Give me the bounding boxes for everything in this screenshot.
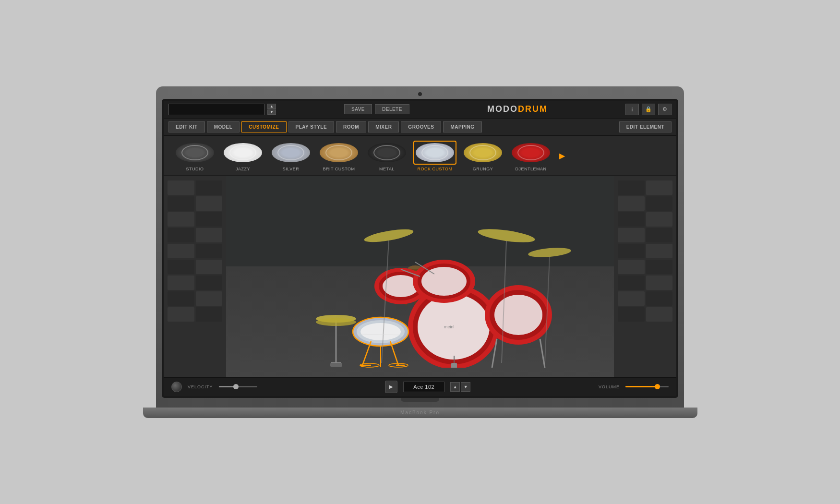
nav-customize[interactable]: CUSTOMIZE xyxy=(241,121,286,132)
app-logo-accent: DRUM xyxy=(518,104,548,114)
snare-item-rock-custom[interactable]: ROCK CUSTOM xyxy=(413,141,456,171)
macbook-footer: MacBook Pro xyxy=(143,408,697,418)
snare-img-rock xyxy=(413,141,456,165)
velocity-slider-wrap xyxy=(219,386,257,387)
snare-item-studio[interactable]: STUDIO xyxy=(173,141,216,171)
snare-img-djentleman xyxy=(509,141,552,165)
delete-button[interactable]: DELETE xyxy=(375,104,409,114)
drum-kit-area: meinl xyxy=(164,176,676,377)
nav-mixer[interactable]: MIXER xyxy=(368,121,399,132)
header-bar: *ROCK CUSTOM ▲ ▼ SAVE DELETE MODODRUM i … xyxy=(164,101,676,119)
nav-model[interactable]: MODEL xyxy=(207,121,240,132)
svg-point-31 xyxy=(360,323,401,340)
snare-item-metal[interactable]: METAL xyxy=(365,141,408,171)
volume-label: VOLUME xyxy=(599,384,620,389)
velocity-slider-fill xyxy=(219,386,234,387)
snare-img-silver xyxy=(269,141,312,165)
snare-label-silver: SILVER xyxy=(283,167,299,171)
snare-selector: STUDIO JAZZY xyxy=(164,136,676,176)
macbook-notch xyxy=(401,398,439,402)
snare-label-studio: STUDIO xyxy=(186,167,204,171)
velocity-slider[interactable] xyxy=(219,386,257,387)
snare-item-grungy[interactable]: GRUNGY xyxy=(461,141,504,171)
macbook-label: MacBook Pro xyxy=(400,410,440,415)
transport-bar: VELOCITY ▶ Ace 102 ▲ ▼ xyxy=(164,377,676,396)
svg-line-33 xyxy=(362,341,371,365)
snare-item-jazzy[interactable]: JAZZY xyxy=(221,141,264,171)
velocity-slider-thumb xyxy=(233,384,239,389)
nav-mapping[interactable]: MAPPING xyxy=(443,121,481,132)
step-buttons: ▲ ▼ xyxy=(450,382,470,392)
step-down-button[interactable]: ▼ xyxy=(461,382,470,392)
preset-arrows: ▲ ▼ xyxy=(267,104,276,115)
snare-drum-studio xyxy=(176,143,214,162)
volume-slider-wrap xyxy=(625,386,669,387)
snare-img-studio xyxy=(173,141,216,165)
app-logo: MODODRUM xyxy=(487,104,548,114)
nav-play-style[interactable]: PLAY STYLE xyxy=(288,121,335,132)
edit-element-button[interactable]: EDIT ELEMENT xyxy=(619,121,672,132)
snare-drum-djentleman xyxy=(512,143,550,162)
drum-kit-svg: meinl xyxy=(252,185,588,368)
snare-item-silver[interactable]: SILVER xyxy=(269,141,312,171)
screen-bezel: *ROCK CUSTOM ▲ ▼ SAVE DELETE MODODRUM i … xyxy=(162,99,678,398)
groove-name: Ace 102 xyxy=(403,382,444,392)
svg-line-22 xyxy=(540,339,545,368)
snare-drum-grungy xyxy=(464,143,502,162)
macbook-top: *ROCK CUSTOM ▲ ▼ SAVE DELETE MODODRUM i … xyxy=(156,86,684,408)
snare-drum-rock xyxy=(416,143,454,162)
snare-drum-jazzy xyxy=(224,143,262,162)
stage-area: meinl xyxy=(164,176,676,377)
snare-drum-silver xyxy=(272,143,310,162)
svg-text:meinl: meinl xyxy=(444,324,455,329)
snare-img-jazzy xyxy=(221,141,264,165)
preset-name-input[interactable]: *ROCK CUSTOM xyxy=(168,104,264,115)
svg-point-28 xyxy=(421,267,467,296)
nav-grooves[interactable]: GROOVES xyxy=(401,121,441,132)
snare-label-grungy: GRUNGY xyxy=(473,167,493,171)
snare-drum-brit xyxy=(320,143,358,162)
settings-button[interactable]: ⚙ xyxy=(658,104,672,115)
step-up-button[interactable]: ▲ xyxy=(450,382,460,392)
snare-img-metal xyxy=(365,141,408,165)
svg-rect-16 xyxy=(451,363,457,368)
nav-edit-kit[interactable]: EDIT KIT xyxy=(168,121,205,132)
info-button[interactable]: i xyxy=(625,104,639,115)
macbook-wrapper: *ROCK CUSTOM ▲ ▼ SAVE DELETE MODODRUM i … xyxy=(156,86,684,418)
snare-label-jazzy: JAZZY xyxy=(236,167,250,171)
snare-label-rock: ROCK CUSTOM xyxy=(418,167,453,171)
svg-point-20 xyxy=(494,295,542,335)
snare-img-grungy xyxy=(461,141,504,165)
app-container: *ROCK CUSTOM ▲ ▼ SAVE DELETE MODODRUM i … xyxy=(164,101,676,396)
svg-rect-45 xyxy=(330,363,342,367)
velocity-dial[interactable] xyxy=(171,382,182,392)
lock-button[interactable]: 🔒 xyxy=(642,104,655,115)
snare-label-brit: BRIT CUSTOM xyxy=(323,167,355,171)
svg-point-8 xyxy=(316,318,356,326)
volume-slider-thumb xyxy=(655,384,660,389)
screen: *ROCK CUSTOM ▲ ▼ SAVE DELETE MODODRUM i … xyxy=(164,101,676,396)
save-button[interactable]: SAVE xyxy=(344,104,372,114)
snare-item-djentleman[interactable]: DJENTLEMAN xyxy=(509,141,552,171)
velocity-label: VELOCITY xyxy=(188,384,213,389)
volume-slider-fill xyxy=(625,386,656,387)
snare-next-arrow[interactable]: ▶ xyxy=(559,151,565,160)
snare-item-brit-custom[interactable]: BRIT CUSTOM xyxy=(317,141,360,171)
preset-up-button[interactable]: ▲ xyxy=(267,104,276,109)
snare-drum-metal xyxy=(368,143,406,162)
volume-slider[interactable] xyxy=(625,386,669,387)
nav-room[interactable]: ROOM xyxy=(336,121,366,132)
preset-down-button[interactable]: ▼ xyxy=(267,109,276,115)
snare-img-brit xyxy=(317,141,360,165)
play-button[interactable]: ▶ xyxy=(385,381,397,393)
nav-bar: EDIT KIT MODEL CUSTOMIZE PLAY STYLE ROOM… xyxy=(164,119,676,136)
camera xyxy=(418,92,422,96)
snare-label-djentleman: DJENTLEMAN xyxy=(515,167,546,171)
snare-label-metal: METAL xyxy=(379,167,395,171)
